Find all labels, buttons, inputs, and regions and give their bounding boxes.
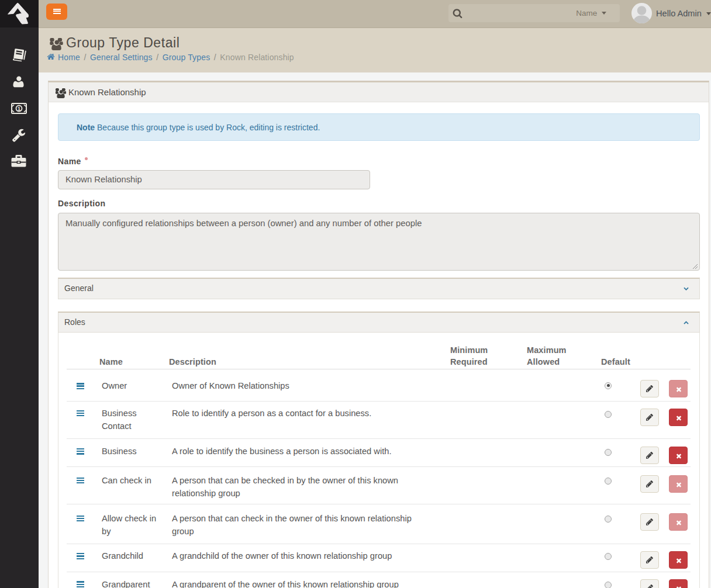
svg-text:1: 1	[18, 106, 20, 112]
